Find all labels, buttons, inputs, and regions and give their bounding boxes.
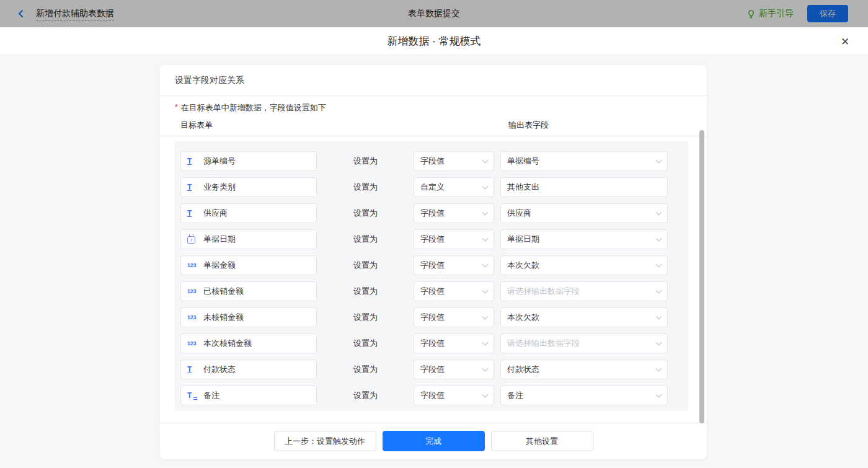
set-as-label: 设置为 xyxy=(353,208,378,219)
chevron-down-icon xyxy=(656,391,662,397)
chevron-down-icon xyxy=(656,209,662,215)
value-mode-select[interactable]: 字段值 xyxy=(414,203,494,223)
value-mode-select[interactable]: 字段值 xyxy=(414,255,494,275)
text-field-icon: T xyxy=(187,183,200,192)
other-settings-button[interactable]: 其他设置 xyxy=(491,431,593,451)
chevron-down-icon xyxy=(482,339,489,345)
output-field-value: 其他支出 xyxy=(507,182,539,193)
output-field-select[interactable]: 付款状态 xyxy=(500,360,668,379)
close-icon[interactable]: ✕ xyxy=(838,35,852,48)
chevron-down-icon xyxy=(656,313,662,319)
value-mode-selected: 字段值 xyxy=(420,312,445,323)
value-mode-select[interactable]: 字段值 xyxy=(414,307,494,327)
chevron-down-icon xyxy=(656,157,662,163)
set-as-label: 设置为 xyxy=(353,286,378,297)
output-field-select[interactable]: 供应商 xyxy=(500,203,668,223)
field-mapping-row: 123 本次核销金额 设置为 字段值 请选择输出数据字段 xyxy=(180,333,688,353)
output-value-input[interactable]: 其他支出 xyxy=(500,177,668,197)
field-mapping-row: 123 单据金额 设置为 字段值 本次欠款 xyxy=(180,255,688,275)
output-field-select[interactable]: 请选择输出数据字段 xyxy=(500,281,668,301)
field-mapping-row: T 源单编号 设置为 字段值 单据编号 xyxy=(180,151,688,171)
chevron-down-icon xyxy=(482,391,489,397)
save-button[interactable]: 保存 xyxy=(807,5,848,22)
previous-step-button[interactable]: 上一步：设置触发动作 xyxy=(274,431,376,451)
field-mapping-row: 123 未核销金额 设置为 字段值 本次欠款 xyxy=(180,307,688,327)
value-mode-select[interactable]: 自定义 xyxy=(414,177,494,197)
output-field-select[interactable]: 本次欠款 xyxy=(500,255,668,275)
target-field-box[interactable]: 7 单据日期 xyxy=(180,229,317,249)
top-bar: 新增付款辅助表数据 表单数据提交 新手引导 保存 xyxy=(0,0,868,27)
target-field-label: 单据金额 xyxy=(203,260,236,271)
done-button[interactable]: 完成 xyxy=(383,431,485,451)
column-header-target-form: 目标表单 xyxy=(180,120,213,131)
field-mapping-row: 123 已核销金额 设置为 字段值 请选择输出数据字段 xyxy=(180,281,688,301)
chevron-down-icon xyxy=(482,261,489,267)
beginner-guide-link[interactable]: 新手引导 xyxy=(746,8,794,19)
target-field-box[interactable]: T 源单编号 xyxy=(180,151,317,171)
field-mapping-row: T 付款状态 设置为 字段值 付款状态 xyxy=(180,360,688,379)
field-mapping-card: 设置字段对应关系 *在目标表单中新增数据，字段值设置如下 目标表单 输出表字段 … xyxy=(160,65,707,459)
target-field-box[interactable]: 123 本次核销金额 xyxy=(180,333,317,353)
number-field-icon: 123 xyxy=(187,340,200,347)
value-mode-selected: 字段值 xyxy=(420,156,445,167)
value-mode-select[interactable]: 字段值 xyxy=(414,386,494,405)
target-field-box[interactable]: 123 单据金额 xyxy=(180,255,317,275)
chevron-down-icon xyxy=(482,313,489,319)
target-field-label: 本次核销金额 xyxy=(203,338,252,349)
output-field-value: 请选择输出数据字段 xyxy=(507,338,580,349)
value-mode-select[interactable]: 字段值 xyxy=(414,333,494,353)
output-field-value: 备注 xyxy=(507,390,523,401)
set-as-label: 设置为 xyxy=(353,312,378,323)
target-field-label: 备注 xyxy=(203,390,219,401)
chevron-down-icon xyxy=(482,235,489,241)
target-field-label: 源单编号 xyxy=(203,156,236,167)
target-field-label: 付款状态 xyxy=(203,364,236,375)
workflow-title[interactable]: 新增付款辅助表数据 xyxy=(36,7,114,21)
footer-actions: 上一步：设置触发动作 完成 其他设置 xyxy=(160,431,707,451)
instruction-text: *在目标表单中新增数据，字段值设置如下 xyxy=(175,102,326,113)
target-field-label: 单据日期 xyxy=(203,234,236,245)
value-mode-selected: 字段值 xyxy=(420,390,445,401)
chevron-down-icon xyxy=(656,235,662,241)
value-mode-selected: 字段值 xyxy=(420,364,445,375)
output-field-select[interactable]: 备注 xyxy=(500,386,668,405)
target-field-box[interactable]: 123 未核销金额 xyxy=(180,307,317,327)
value-mode-selected: 字段值 xyxy=(420,260,445,271)
output-field-select[interactable]: 本次欠款 xyxy=(500,307,668,327)
modal-title: 新增数据 - 常规模式 xyxy=(0,27,868,55)
value-mode-selected: 字段值 xyxy=(420,208,445,219)
value-mode-select[interactable]: 字段值 xyxy=(414,360,494,379)
text-field-icon: T xyxy=(187,157,200,166)
target-field-box[interactable]: T 付款状态 xyxy=(180,360,317,379)
field-mapping-row: 7 单据日期 设置为 字段值 单据日期 xyxy=(180,229,688,249)
output-field-select[interactable]: 单据日期 xyxy=(500,229,668,249)
output-field-select[interactable]: 单据编号 xyxy=(500,151,668,171)
target-field-box[interactable]: T 业务类别 xyxy=(180,177,317,197)
scrollbar-thumb[interactable] xyxy=(699,130,704,423)
output-field-value: 付款状态 xyxy=(507,364,539,375)
value-mode-select[interactable]: 字段值 xyxy=(414,281,494,301)
chevron-left-icon xyxy=(17,9,25,18)
value-mode-select[interactable]: 字段值 xyxy=(414,151,494,171)
set-as-label: 设置为 xyxy=(353,338,378,349)
number-field-icon: 123 xyxy=(187,262,200,268)
back-button[interactable] xyxy=(15,7,27,20)
target-field-box[interactable]: 123 已核销金额 xyxy=(180,281,317,301)
output-field-value: 单据编号 xyxy=(507,156,539,167)
chevron-down-icon xyxy=(482,287,489,293)
card-header-title: 设置字段对应关系 xyxy=(160,65,707,96)
field-mapping-row: T 业务类别 设置为 自定义 其他支出 xyxy=(180,177,688,197)
output-field-select[interactable]: 请选择输出数据字段 xyxy=(500,333,668,353)
chevron-down-icon xyxy=(482,365,489,371)
field-mapping-rows: T 源单编号 设置为 字段值 单据编号 T 业务类别 设置为 自定义 其他支出 … xyxy=(175,141,688,411)
target-field-box[interactable]: T 备注 xyxy=(180,386,317,405)
output-field-value: 本次欠款 xyxy=(507,260,539,271)
chevron-down-icon xyxy=(482,157,489,163)
date-field-icon: 7 xyxy=(187,235,200,244)
value-mode-select[interactable]: 字段值 xyxy=(414,229,494,249)
lightbulb-icon xyxy=(746,9,756,19)
header-divider xyxy=(160,136,707,136)
column-header-output-fields: 输出表字段 xyxy=(508,120,549,131)
topbar-actions: 新手引导 保存 xyxy=(746,5,868,22)
target-field-box[interactable]: T 供应商 xyxy=(180,203,317,223)
